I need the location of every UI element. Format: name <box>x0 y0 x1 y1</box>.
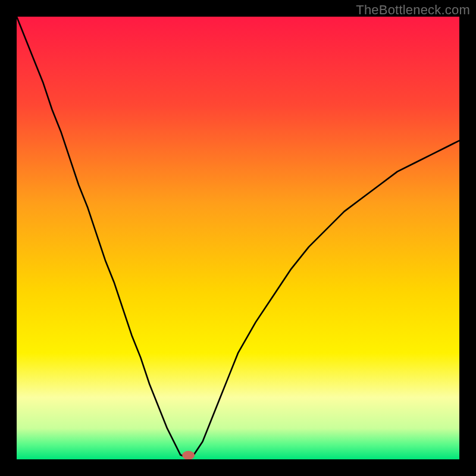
chart-svg <box>17 17 459 459</box>
watermark-text: TheBottleneck.com <box>356 2 470 18</box>
chart-frame <box>17 17 459 459</box>
chart-background <box>17 17 459 459</box>
